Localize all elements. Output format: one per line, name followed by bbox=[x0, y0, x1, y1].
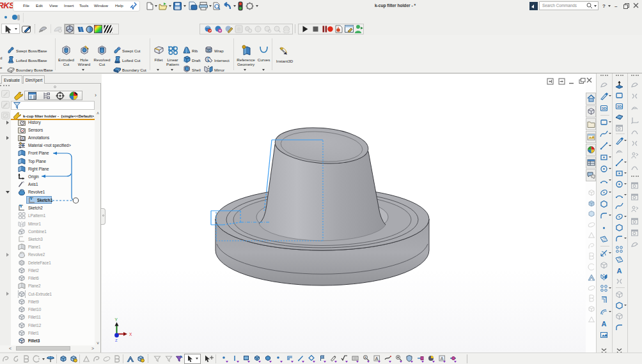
svg-text:X: X bbox=[129, 332, 132, 337]
svg-text:A: A bbox=[602, 320, 607, 328]
svg-text:Y: Y bbox=[115, 317, 118, 322]
svg-text:3D: 3D bbox=[602, 107, 607, 110]
svg-text:3D: 3D bbox=[207, 49, 211, 52]
svg-text:A: A bbox=[617, 267, 622, 275]
svg-text:Z: Z bbox=[115, 338, 118, 342]
svg-text:3D: 3D bbox=[617, 105, 622, 109]
